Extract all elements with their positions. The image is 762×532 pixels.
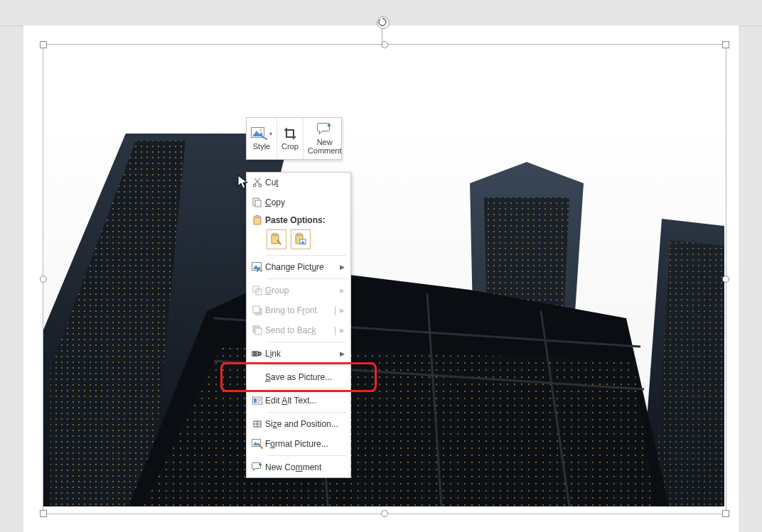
separator xyxy=(267,365,346,366)
svg-rect-44 xyxy=(254,353,259,354)
link-icon xyxy=(249,349,265,358)
size-position-icon xyxy=(249,419,265,429)
paste-option-picture[interactable] xyxy=(291,229,311,249)
menu-change-picture[interactable]: Change Picture ▶ xyxy=(247,257,350,277)
menu-copy-label: Copy xyxy=(265,197,345,207)
svg-rect-42 xyxy=(255,328,262,335)
paste-option-keep-source[interactable] xyxy=(267,229,286,249)
rotate-handle[interactable] xyxy=(377,16,390,29)
format-picture-icon xyxy=(249,439,265,449)
menu-send-to-back: Send to Back | ▶ xyxy=(247,320,350,340)
menu-link-label: Link xyxy=(265,349,345,359)
menu-size-and-position[interactable]: Size and Position... xyxy=(247,414,350,434)
picture-selection-box xyxy=(43,44,726,514)
svg-rect-26 xyxy=(255,200,261,207)
resize-handle-left[interactable] xyxy=(40,276,47,283)
separator xyxy=(267,455,346,456)
svg-rect-32 xyxy=(298,234,301,236)
menu-group: Group ▶ xyxy=(247,281,350,300)
menu-paste-options[interactable]: Paste Options: xyxy=(247,212,350,228)
submenu-arrow-icon: ▶ xyxy=(340,264,345,271)
menu-paste-options-label: Paste Options: xyxy=(265,215,345,225)
menu-group-label: Group xyxy=(265,286,345,295)
separator xyxy=(267,412,346,413)
style-label: Style xyxy=(253,142,270,151)
menu-copy[interactable]: Copy xyxy=(247,192,350,212)
new-comment-icon xyxy=(317,122,333,136)
resize-handle-top-left[interactable] xyxy=(40,41,47,48)
menu-size-position-label: Size and Position... xyxy=(265,419,345,429)
paste-options-row xyxy=(247,228,350,254)
svg-rect-49 xyxy=(257,402,259,403)
bring-to-front-icon xyxy=(249,305,265,315)
menu-new-comment-label: New Comment xyxy=(265,462,345,472)
svg-rect-48 xyxy=(257,400,261,401)
resize-handle-right[interactable] xyxy=(722,276,729,283)
change-picture-icon xyxy=(249,262,265,272)
crop-label: Crop xyxy=(281,142,299,151)
comment-icon xyxy=(249,462,265,472)
svg-rect-47 xyxy=(257,398,261,399)
svg-point-20 xyxy=(259,129,262,131)
menu-edit-alt-text[interactable]: Edit Alt Text... xyxy=(247,391,350,411)
menu-change-picture-label: Change Picture xyxy=(265,262,345,272)
copy-icon xyxy=(249,197,265,207)
resize-handle-bottom-left[interactable] xyxy=(40,510,47,517)
svg-rect-30 xyxy=(274,234,277,236)
menu-bring-to-front-label: Bring to Front xyxy=(265,305,345,315)
svg-rect-40 xyxy=(253,306,259,313)
picture-style-icon: ▾ xyxy=(251,126,272,141)
menu-send-to-back-label: Send to Back xyxy=(265,325,345,335)
cut-icon xyxy=(249,178,265,188)
alt-text-icon xyxy=(249,396,265,406)
submenu-arrow-icon: ▶ xyxy=(340,327,345,334)
svg-rect-22 xyxy=(317,124,329,131)
separator xyxy=(267,342,346,342)
svg-point-24 xyxy=(259,184,262,187)
menu-format-picture-label: Format Picture... xyxy=(265,439,345,449)
menu-format-picture[interactable]: Format Picture... xyxy=(247,434,350,454)
menu-cut-label: Cut xyxy=(265,178,345,188)
style-button[interactable]: ▾ Style xyxy=(247,118,277,159)
split-bar: | xyxy=(334,325,336,335)
svg-rect-28 xyxy=(256,216,259,218)
svg-rect-46 xyxy=(254,398,257,403)
new-comment-button[interactable]: NewComment xyxy=(304,118,346,159)
menu-save-as-picture[interactable]: Save as Picture... xyxy=(247,367,350,387)
submenu-arrow-icon: ▶ xyxy=(340,350,345,357)
menu-cut[interactable]: Cut xyxy=(247,173,350,192)
menu-link[interactable]: Link ▶ xyxy=(247,344,350,364)
dropdown-arrow-icon: ▾ xyxy=(269,131,272,137)
submenu-arrow-icon: ▶ xyxy=(340,307,345,314)
group-icon xyxy=(249,286,265,295)
separator xyxy=(267,255,346,256)
crop-icon xyxy=(284,126,296,141)
split-bar: | xyxy=(334,305,336,315)
crop-button[interactable]: Crop xyxy=(277,118,304,159)
menu-new-comment[interactable]: New Comment xyxy=(247,457,350,477)
submenu-arrow-icon: ▶ xyxy=(340,287,345,294)
new-comment-label: NewComment xyxy=(308,138,342,155)
context-menu: Cut Copy Paste Options: Change Picture ▶… xyxy=(246,172,351,478)
resize-handle-top-right[interactable] xyxy=(722,41,729,48)
paste-icon xyxy=(249,215,265,225)
menu-save-as-picture-label: Save as Picture... xyxy=(265,372,345,382)
menu-bring-to-front: Bring to Front | ▶ xyxy=(247,300,350,320)
svg-point-23 xyxy=(253,184,256,187)
resize-handle-bottom[interactable] xyxy=(381,510,388,517)
menu-edit-alt-text-label: Edit Alt Text... xyxy=(265,396,345,406)
separator xyxy=(267,389,346,389)
send-to-back-icon xyxy=(249,325,265,335)
resize-handle-bottom-right[interactable] xyxy=(722,510,729,517)
separator xyxy=(267,278,346,279)
rotate-handle-stem xyxy=(382,29,382,45)
svg-rect-54 xyxy=(252,463,261,469)
mini-toolbar: ▾ Style Crop NewComment xyxy=(246,117,342,160)
